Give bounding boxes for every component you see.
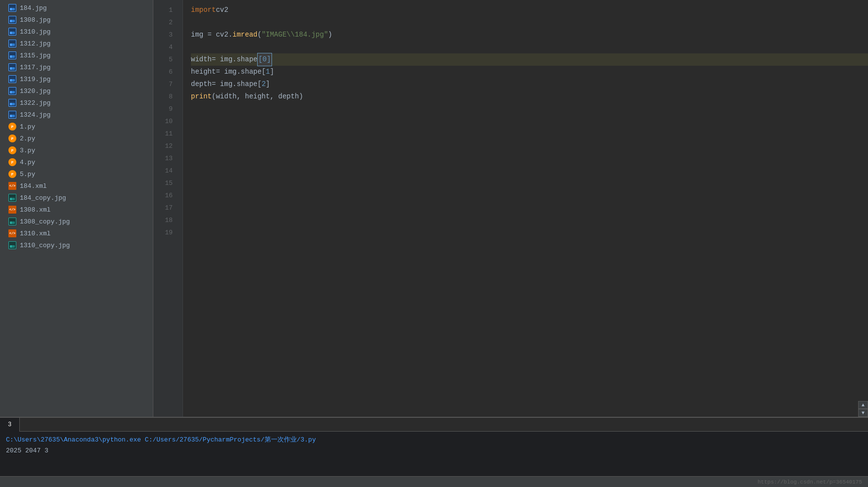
- file-name: 1324.jpg: [20, 111, 50, 119]
- line-number-1: 1: [153, 4, 177, 16]
- py-icon: P: [8, 122, 17, 131]
- code-line-7[interactable]: depth = img.shape[2]: [191, 78, 868, 90]
- scroll-up-button[interactable]: ▲: [858, 401, 868, 409]
- file-item-1317-jpg[interactable]: 1317.jpg: [0, 61, 153, 73]
- code-line-15[interactable]: [191, 177, 868, 189]
- file-name: 4.py: [20, 159, 35, 166]
- jpg-icon: [8, 98, 17, 107]
- code-line-6[interactable]: height = img.shape[1]: [191, 66, 868, 78]
- file-name: 3.py: [20, 147, 35, 154]
- file-name: 1320.jpg: [20, 88, 50, 95]
- code-line-2[interactable]: [191, 16, 868, 29]
- file-name: 1.py: [20, 123, 35, 131]
- file-item-1308-xml[interactable]: </>1308.xml: [0, 204, 153, 216]
- line-number-4: 4: [153, 41, 177, 53]
- file-item-1319-jpg[interactable]: 1319.jpg: [0, 73, 153, 85]
- code-line-17[interactable]: [191, 202, 868, 214]
- terminal-output: 2025 2047 3: [6, 445, 48, 456]
- terminal-content: C:\Users\27635\Anaconda3\python.exe C:/U…: [0, 432, 868, 476]
- line-number-11: 11: [153, 128, 177, 140]
- file-name: 2.py: [20, 135, 35, 142]
- file-item-1322-jpg[interactable]: 1322.jpg: [0, 97, 153, 109]
- line-number-3: 3: [153, 29, 177, 41]
- code-line-3[interactable]: img = cv2.imread("IMAGE\\184.jpg"): [191, 29, 868, 41]
- line-number-6: 6: [153, 66, 177, 78]
- file-item-1310_copy-jpg[interactable]: 1310_copy.jpg: [0, 239, 153, 251]
- file-item-184-xml[interactable]: </>184.xml: [0, 180, 153, 192]
- scroll-down-button[interactable]: ▼: [858, 409, 868, 417]
- code-line-11[interactable]: [191, 128, 868, 140]
- py-icon: P: [8, 158, 17, 167]
- py-icon: P: [8, 170, 17, 178]
- file-item-1-py[interactable]: P1.py: [0, 121, 153, 133]
- code-line-10[interactable]: [191, 115, 868, 128]
- jpg-icon: [8, 15, 17, 24]
- line-number-13: 13: [153, 152, 177, 165]
- file-name: 1322.jpg: [20, 99, 50, 107]
- terminal-tab-3[interactable]: 3: [0, 418, 20, 432]
- terminal-tab-bar: 3: [0, 418, 868, 432]
- file-name: 1308.jpg: [20, 16, 50, 24]
- file-name: 1310.jpg: [20, 28, 50, 36]
- line-number-7: 7: [153, 78, 177, 90]
- line-number-2: 2: [153, 16, 177, 29]
- code-line-19[interactable]: [191, 226, 868, 239]
- code-line-4[interactable]: [191, 41, 868, 53]
- jpg-icon: [8, 110, 17, 119]
- line-number-18: 18: [153, 214, 177, 226]
- code-line-16[interactable]: [191, 189, 868, 202]
- file-item-184-jpg[interactable]: 184.jpg: [0, 2, 153, 14]
- file-name: 1310.xml: [20, 230, 50, 237]
- line-number-15: 15: [153, 177, 177, 189]
- code-line-14[interactable]: [191, 165, 868, 177]
- jpg-copy-icon: [8, 193, 17, 202]
- jpg-copy-icon: [8, 217, 17, 226]
- file-item-3-py[interactable]: P3.py: [0, 144, 153, 156]
- file-item-1308_copy-jpg[interactable]: 1308_copy.jpg: [0, 216, 153, 227]
- file-item-1312-jpg[interactable]: 1312.jpg: [0, 38, 153, 49]
- scroll-buttons: ▲ ▼: [858, 401, 868, 417]
- file-panel: 184.jpg1308.jpg1310.jpg1312.jpg1315.jpg1…: [0, 0, 153, 417]
- line-number-12: 12: [153, 140, 177, 152]
- jpg-icon: [8, 75, 17, 84]
- code-line-9[interactable]: [191, 103, 868, 115]
- terminal-area: 3 C:\Users\27635\Anaconda3\python.exe C:…: [0, 417, 868, 476]
- file-item-4-py[interactable]: P4.py: [0, 156, 153, 168]
- code-content[interactable]: import cv2img = cv2.imread("IMAGE\\184.j…: [183, 0, 868, 417]
- line-number-17: 17: [153, 202, 177, 214]
- code-line-18[interactable]: [191, 214, 868, 226]
- code-line-8[interactable]: print(width, height, depth): [191, 90, 868, 103]
- terminal-line-1: C:\Users\27635\Anaconda3\python.exe C:/U…: [6, 435, 862, 445]
- xml-icon: </>: [8, 229, 17, 238]
- line-number-8: 8: [153, 90, 177, 103]
- code-line-12[interactable]: [191, 140, 868, 152]
- file-item-5-py[interactable]: P5.py: [0, 168, 153, 180]
- file-name: 1312.jpg: [20, 40, 50, 47]
- code-line-5[interactable]: width= img.shape[0]: [191, 53, 868, 66]
- file-name: 184_copy.jpg: [20, 194, 66, 202]
- file-item-1320-jpg[interactable]: 1320.jpg: [0, 85, 153, 97]
- file-item-1324-jpg[interactable]: 1324.jpg: [0, 109, 153, 121]
- terminal-line-2: 2025 2047 3: [6, 445, 862, 456]
- jpg-icon: [8, 27, 17, 36]
- file-item-2-py[interactable]: P2.py: [0, 133, 153, 144]
- file-name: 1315.jpg: [20, 52, 50, 59]
- file-name: 5.py: [20, 171, 35, 178]
- xml-icon: </>: [8, 181, 17, 190]
- file-item-1308-jpg[interactable]: 1308.jpg: [0, 14, 153, 26]
- code-line-1[interactable]: import cv2: [191, 4, 868, 16]
- jpg-icon: [8, 63, 17, 72]
- file-name: 1319.jpg: [20, 76, 50, 83]
- file-name: 1308.xml: [20, 206, 50, 214]
- file-item-1310-jpg[interactable]: 1310.jpg: [0, 26, 153, 38]
- xml-icon: </>: [8, 205, 17, 214]
- file-item-184_copy-jpg[interactable]: 184_copy.jpg: [0, 192, 153, 204]
- editor-area: 12345678910111213141516171819 import cv2…: [153, 0, 868, 417]
- py-icon: P: [8, 134, 17, 143]
- py-icon: P: [8, 146, 17, 155]
- file-item-1310-xml[interactable]: </>1310.xml: [0, 227, 153, 239]
- code-editor[interactable]: 12345678910111213141516171819 import cv2…: [153, 0, 868, 417]
- code-line-13[interactable]: [191, 152, 868, 165]
- file-name: 1308_copy.jpg: [20, 218, 70, 225]
- file-item-1315-jpg[interactable]: 1315.jpg: [0, 49, 153, 61]
